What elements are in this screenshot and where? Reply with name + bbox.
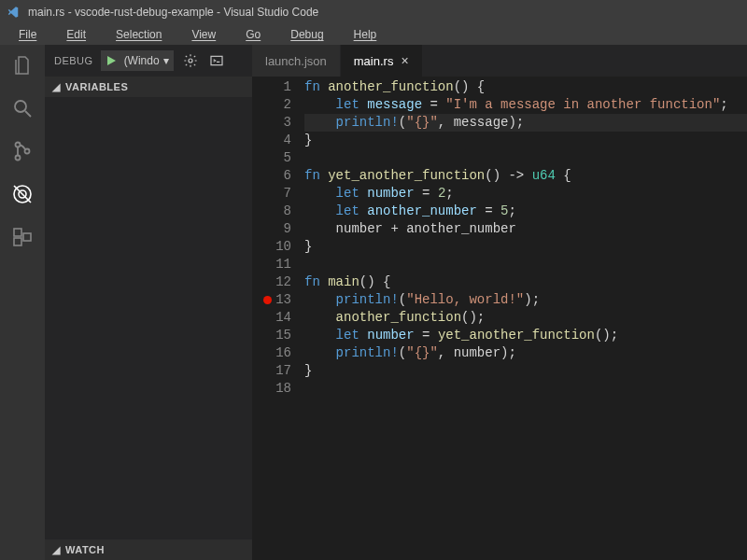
line-number[interactable]: 12 — [260, 273, 291, 291]
code-line[interactable]: let message = "I'm a message in another … — [304, 96, 747, 114]
line-number[interactable]: 10 — [260, 238, 291, 256]
editor-area: launch.json main.rs × 123456789101112131… — [252, 45, 747, 560]
menu-file[interactable]: File — [4, 26, 51, 43]
svg-point-4 — [25, 149, 30, 154]
svg-rect-10 — [23, 233, 31, 241]
svg-line-1 — [25, 111, 31, 117]
code-line[interactable]: let number = yet_another_function(); — [304, 327, 747, 344]
svg-point-0 — [15, 101, 26, 112]
extensions-icon[interactable] — [9, 224, 35, 250]
titlebar: main.rs - vscode-rust-debug-example - Vi… — [0, 0, 747, 24]
start-debug-icon[interactable] — [102, 55, 120, 66]
debug-icon[interactable] — [9, 181, 35, 207]
source-control-icon[interactable] — [9, 138, 35, 164]
menu-selection[interactable]: Selection — [101, 26, 176, 43]
tab-launch-json[interactable]: launch.json — [252, 45, 341, 77]
svg-point-11 — [189, 59, 192, 63]
code-line[interactable]: println!("{}", message); — [304, 114, 747, 132]
line-number[interactable]: 13 — [260, 291, 291, 309]
menu-help[interactable]: Help — [339, 26, 392, 43]
line-number[interactable]: 6 — [260, 167, 291, 185]
tab-label: launch.json — [265, 54, 327, 68]
code-line[interactable]: number + another_number — [304, 220, 747, 238]
code-content[interactable]: fn another_function() { let message = "I… — [304, 78, 747, 560]
code-line[interactable]: another_function(); — [304, 309, 747, 327]
debug-label: DEBUG — [54, 55, 93, 66]
explorer-icon[interactable] — [9, 52, 35, 78]
svg-point-2 — [16, 143, 21, 147]
code-line[interactable]: } — [304, 132, 747, 149]
menu-edit[interactable]: Edit — [51, 26, 101, 43]
svg-rect-12 — [211, 56, 222, 64]
line-number[interactable]: 1 — [260, 78, 291, 96]
menu-view[interactable]: View — [176, 26, 231, 43]
watch-panel: ◢ WATCH — [45, 539, 252, 560]
menu-go[interactable]: Go — [231, 26, 275, 43]
activitybar — [0, 45, 45, 560]
line-number[interactable]: 3 — [260, 114, 291, 132]
line-number[interactable]: 17 — [260, 362, 291, 380]
line-number[interactable]: 11 — [260, 256, 291, 273]
svg-point-3 — [16, 156, 21, 161]
variables-header[interactable]: ◢ VARIABLES — [45, 77, 252, 97]
code-line[interactable] — [304, 256, 747, 273]
sidebar-debug: DEBUG (Windo ▾ ◢ VARIABLES — [45, 45, 252, 560]
debug-config-selector[interactable]: (Windo ▾ — [101, 50, 174, 71]
code-line[interactable]: let number = 2; — [304, 185, 747, 203]
line-number[interactable]: 14 — [260, 309, 291, 327]
twisty-icon: ◢ — [52, 81, 62, 93]
code-line[interactable]: println!("{}", number); — [304, 344, 747, 362]
code-line[interactable]: println!("Hello, world!"); — [304, 291, 747, 309]
debug-config-name[interactable]: (Windo ▾ — [120, 54, 173, 67]
tab-main-rs[interactable]: main.rs × — [341, 45, 423, 77]
tab-label: main.rs — [354, 54, 394, 68]
line-number[interactable]: 2 — [260, 96, 291, 114]
vscode-logo-icon — [6, 5, 21, 20]
variables-title: VARIABLES — [65, 81, 128, 92]
code-line[interactable]: } — [304, 362, 747, 380]
code-line[interactable]: fn another_function() { — [304, 78, 747, 96]
gear-icon[interactable] — [181, 51, 200, 70]
search-icon[interactable] — [9, 95, 35, 121]
code-line[interactable]: fn main() { — [304, 273, 747, 291]
code-line[interactable] — [304, 380, 747, 398]
line-number[interactable]: 5 — [260, 149, 291, 167]
window-title: main.rs - vscode-rust-debug-example - Vi… — [28, 6, 318, 19]
variables-body — [45, 97, 252, 539]
code-line[interactable] — [304, 149, 747, 167]
twisty-icon: ◢ — [52, 544, 62, 556]
line-number[interactable]: 7 — [260, 185, 291, 203]
line-number[interactable]: 15 — [260, 327, 291, 344]
chevron-down-icon: ▾ — [163, 54, 169, 67]
line-number[interactable]: 18 — [260, 380, 291, 398]
svg-rect-9 — [14, 238, 21, 245]
line-number[interactable]: 16 — [260, 344, 291, 362]
debug-console-icon[interactable] — [207, 51, 226, 70]
watch-title: WATCH — [65, 544, 105, 555]
debug-toolbar: DEBUG (Windo ▾ — [45, 45, 252, 77]
line-number[interactable]: 8 — [260, 203, 291, 220]
close-icon[interactable]: × — [401, 53, 408, 68]
line-number[interactable]: 4 — [260, 132, 291, 149]
menu-debug[interactable]: Debug — [275, 26, 338, 43]
breakpoint-icon[interactable] — [263, 296, 272, 304]
editor[interactable]: 123456789101112131415161718 fn another_f… — [252, 77, 747, 560]
tabbar: launch.json main.rs × — [252, 45, 747, 77]
variables-panel: ◢ VARIABLES — [45, 77, 252, 539]
code-line[interactable]: fn yet_another_function() -> u64 { — [304, 167, 747, 185]
menubar: File Edit Selection View Go Debug Help — [0, 24, 747, 45]
watch-header[interactable]: ◢ WATCH — [45, 539, 252, 560]
svg-rect-8 — [14, 229, 21, 236]
line-number[interactable]: 9 — [260, 220, 291, 238]
code-line[interactable]: } — [304, 238, 747, 256]
code-line[interactable]: let another_number = 5; — [304, 203, 747, 220]
gutter[interactable]: 123456789101112131415161718 — [252, 78, 304, 560]
